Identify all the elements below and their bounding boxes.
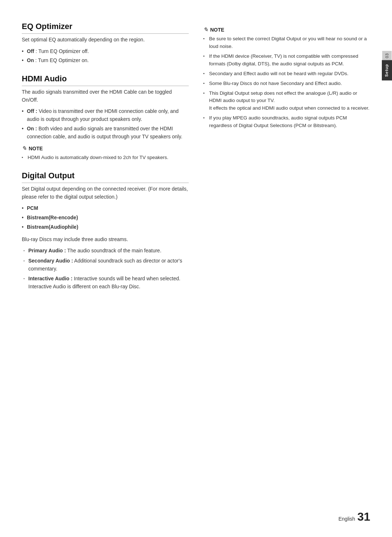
right-note-item-4: This Digital Output setup does not effec… [203, 90, 370, 113]
two-column-layout: EQ Optimizer Set optimal EQ automaticall… [22, 22, 370, 300]
hdmi-audio-title: HDMI Audio [22, 74, 189, 86]
right-note-item-1: If the HDMI device (Receiver, TV) is not… [203, 53, 370, 68]
eq-optimizer-section: EQ Optimizer Set optimal EQ automaticall… [22, 22, 189, 65]
secondary-audio-label: Secondary Audio : [28, 258, 73, 264]
do-bistream-reencode-bullet: Bistream(Re-encode) [22, 214, 189, 222]
eq-optimizer-bullets: Off : Turn EQ Optimizer off. On : Turn E… [22, 48, 189, 65]
hdmi-note-header: ✎ NOTE [22, 145, 189, 152]
note-pencil-icon: ✎ [22, 145, 26, 152]
interactive-audio-label: Interactive Audio : [28, 276, 73, 281]
page-container: 03 Setup EQ Optimizer Set optimal EQ aut… [0, 0, 392, 537]
hdmi-on-bullet: On : Both video and audio signals are tr… [22, 125, 189, 141]
primary-audio-item: Primary Audio : The audio soundtrack of … [22, 247, 189, 255]
eq-optimizer-desc: Set optimal EQ automatically depending o… [22, 36, 189, 44]
eq-on-text: : Turn EQ Optimizer on. [34, 57, 89, 63]
hdmi-audio-bullets: Off : Video is transmitted over the HDMI… [22, 107, 189, 141]
left-column: EQ Optimizer Set optimal EQ automaticall… [22, 22, 189, 300]
primary-audio-label: Primary Audio : [28, 248, 66, 253]
digital-output-section: Digital Output Set Digital output depend… [22, 171, 189, 291]
right-note-item-2: Secondary and Effect audio will not be h… [203, 70, 370, 78]
hdmi-audio-desc: The audio signals transmitted over the H… [22, 88, 189, 104]
secondary-audio-item: Secondary Audio : Additional soundtrack … [22, 257, 189, 273]
footer: English 31 [338, 511, 370, 522]
eq-optimizer-title: EQ Optimizer [22, 22, 189, 34]
hdmi-audio-section: HDMI Audio The audio signals transmitted… [22, 74, 189, 162]
digital-output-desc: Set Digital output depending on the conn… [22, 185, 189, 201]
dash-list: Primary Audio : The audio soundtrack of … [22, 247, 189, 290]
side-tab: 03 Setup [382, 51, 392, 81]
digital-output-bullets: PCM Bistream(Re-encode) Bistream(Audioph… [22, 204, 189, 231]
primary-audio-text: The audio soundtrack of the main feature… [66, 248, 162, 253]
footer-number: 31 [357, 511, 370, 522]
do-pcm-bullet: PCM [22, 204, 189, 212]
hdmi-off-text: Video is transmitted over the HDMI conne… [27, 108, 179, 122]
do-bistream-audiophile-bullet: Bistream(Audiophile) [22, 223, 189, 231]
right-note-item-0: Be sure to select the correct Digital Ou… [203, 35, 370, 50]
interactive-audio-item: Interactive Audio : Interactive sounds w… [22, 275, 189, 290]
eq-off-label: Off [27, 48, 34, 54]
do-bistream-reencode-label: Bistream(Re-encode) [27, 215, 78, 220]
do-bistream-audiophile-label: Bistream(Audiophile) [27, 224, 78, 230]
right-note-label: NOTE [210, 27, 224, 33]
eq-off-text: : Turn EQ Optimizer off. [34, 48, 89, 54]
right-note-bullets: Be sure to select the correct Digital Ou… [203, 35, 370, 130]
do-pcm-label: PCM [27, 205, 38, 211]
hdmi-note-item-0: HDMI Audio is automatically down-mixed t… [22, 154, 189, 162]
right-note-pencil-icon: ✎ [203, 26, 208, 33]
hdmi-note-bullets: HDMI Audio is automatically down-mixed t… [22, 154, 189, 162]
digital-output-title: Digital Output [22, 171, 189, 183]
hdmi-note-block: ✎ NOTE HDMI Audio is automatically down-… [22, 145, 189, 162]
tab-label: Setup [382, 60, 392, 81]
right-note-item-5: If you play MPEG audio soundtracks, audi… [203, 114, 370, 130]
eq-off-bullet: Off : Turn EQ Optimizer off. [22, 48, 189, 56]
eq-on-label: On [27, 57, 34, 63]
right-note-block: ✎ NOTE Be sure to select the correct Dig… [203, 26, 370, 130]
hdmi-on-label: On : [27, 126, 37, 131]
right-column: ✎ NOTE Be sure to select the correct Dig… [203, 22, 370, 300]
right-note-header: ✎ NOTE [203, 26, 370, 33]
hdmi-off-label: Off : [27, 108, 37, 114]
tab-number: 03 [382, 51, 392, 60]
right-note-item-3: Some Blu-ray Discs do not have Secondary… [203, 80, 370, 88]
eq-on-bullet: On : Turn EQ Optimizer on. [22, 57, 189, 65]
hdmi-note-label: NOTE [29, 146, 43, 151]
footer-text: English [338, 516, 355, 522]
hdmi-on-text: Both video and audio signals are transmi… [27, 126, 182, 139]
hdmi-off-bullet: Off : Video is transmitted over the HDMI… [22, 107, 189, 123]
streams-desc: Blu-ray Discs may include three audio st… [22, 236, 189, 244]
